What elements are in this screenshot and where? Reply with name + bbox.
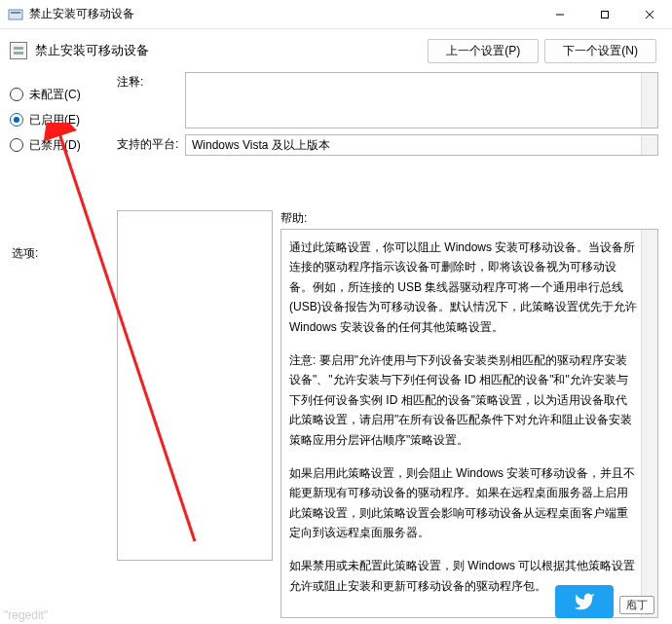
comment-textarea[interactable]	[185, 72, 658, 128]
radio-label: 未配置(C)	[29, 87, 81, 103]
footer-faded-text: "regedit"	[4, 608, 48, 622]
supported-platform-label: 支持的平台:	[117, 134, 185, 156]
policy-icon	[10, 42, 27, 59]
radio-disabled[interactable]: 已禁用(D)	[10, 132, 117, 158]
app-icon	[8, 7, 23, 22]
maximize-button[interactable]	[582, 0, 627, 28]
help-paragraph: 通过此策略设置，你可以阻止 Windows 安装可移动设备。当设备所连接的驱动程…	[289, 238, 638, 337]
help-text-box[interactable]: 通过此策略设置，你可以阻止 Windows 安装可移动设备。当设备所连接的驱动程…	[280, 229, 658, 618]
radio-not-configured[interactable]: 未配置(C)	[10, 82, 117, 107]
titlebar: 禁止安装可移动设备	[0, 0, 672, 29]
previous-setting-button[interactable]: 上一个设置(P)	[428, 39, 539, 63]
radio-label: 已启用(E)	[29, 112, 80, 128]
subheader: 禁止安装可移动设备 上一个设置(P) 下一个设置(N)	[0, 29, 672, 72]
svg-rect-7	[14, 52, 23, 55]
minimize-button[interactable]	[538, 0, 582, 28]
window-title: 禁止安装可移动设备	[29, 6, 538, 22]
radio-icon	[10, 88, 23, 101]
comment-label: 注释:	[117, 72, 185, 128]
close-button[interactable]	[627, 0, 672, 28]
watermark-text: 庖丁	[619, 596, 654, 614]
options-box[interactable]	[117, 210, 273, 561]
radio-label: 已禁用(D)	[29, 137, 81, 154]
svg-rect-6	[14, 47, 23, 50]
radio-icon	[10, 138, 23, 152]
radio-icon	[10, 113, 23, 127]
watermark-logo	[555, 585, 614, 618]
help-paragraph: 如果启用此策略设置，则会阻止 Windows 安装可移动设备，并且不能更新现有可…	[289, 463, 638, 543]
state-radio-group: 未配置(C) 已启用(E) 已禁用(D) 选项:	[10, 72, 117, 588]
svg-rect-0	[9, 10, 22, 19]
svg-rect-1	[11, 12, 20, 14]
options-label: 选项:	[12, 245, 117, 262]
help-label: 帮助:	[280, 210, 658, 227]
radio-enabled[interactable]: 已启用(E)	[10, 107, 117, 132]
supported-platform-value: Windows Vista 及以上版本	[185, 134, 658, 156]
policy-title: 禁止安装可移动设备	[35, 42, 428, 59]
window-buttons	[538, 0, 672, 28]
next-setting-button[interactable]: 下一个设置(N)	[544, 39, 656, 63]
help-paragraph: 注意: 要启用"允许使用与下列设备安装类别相匹配的驱动程序安装设备"、"允许安装…	[289, 350, 638, 450]
svg-rect-3	[602, 11, 609, 18]
